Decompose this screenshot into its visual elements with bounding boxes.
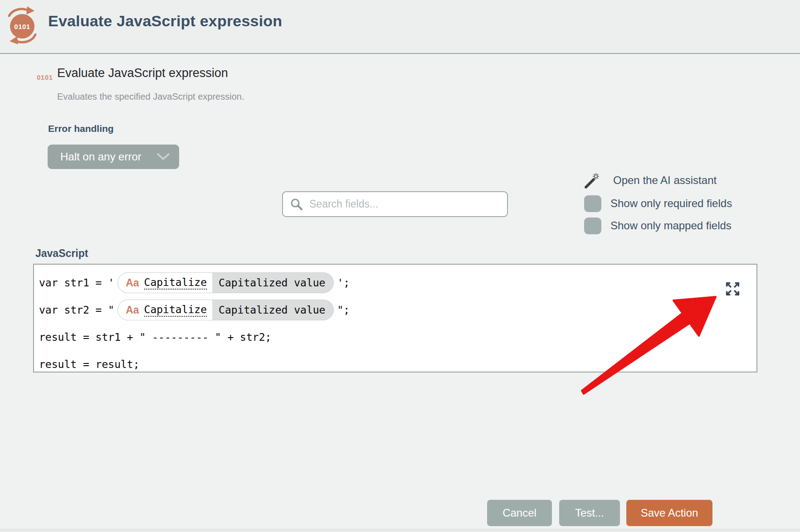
pill-formula-name: Capitalize	[144, 276, 207, 290]
error-handling-dropdown[interactable]: Halt on any error	[48, 145, 179, 169]
show-mapped-fields-row: Show only mapped fields	[584, 217, 732, 235]
action-title: Evaluate JavaScript expression	[57, 66, 228, 80]
pill-formula-segment: Aa Capitalize	[118, 273, 212, 293]
pill-formula-name: Capitalize	[144, 304, 207, 317]
binary-sync-icon: 0101	[5, 4, 38, 46]
test-button[interactable]: Test...	[559, 500, 620, 526]
pill-datapill-value: Capitalized value	[212, 300, 333, 320]
code-text: result = result;	[39, 358, 140, 370]
search-fields-input[interactable]	[309, 198, 501, 210]
code-text: var str1 = '	[39, 277, 114, 289]
javascript-field-label: JavaScript	[35, 247, 88, 260]
action-type-badge: 0101	[37, 73, 53, 81]
text-formula-icon: Aa	[126, 304, 139, 316]
error-handling-label: Error handling	[48, 123, 114, 134]
show-required-checkbox[interactable]	[584, 195, 601, 212]
annotation-arrow	[571, 290, 726, 399]
show-required-label: Show only required fields	[610, 197, 732, 210]
action-description: Evaluates the specified JavaScript expre…	[57, 92, 244, 102]
dialog-title: Evaluate JavaScript expression	[48, 12, 282, 30]
code-text: ';	[337, 277, 350, 289]
svg-text:0101: 0101	[14, 23, 30, 30]
magic-wand-icon	[584, 172, 600, 189]
code-text: var str2 = "	[39, 304, 114, 316]
error-handling-selected-value: Halt on any error	[60, 150, 156, 163]
chevron-down-icon	[156, 153, 170, 161]
expand-editor-icon[interactable]	[724, 281, 741, 297]
evaluate-javascript-dialog: 0101 Evaluate JavaScript expression 0101…	[0, 0, 800, 532]
text-formula-icon: Aa	[126, 277, 139, 289]
show-mapped-label: Show only mapped fields	[610, 219, 732, 232]
bottom-edge-divider	[0, 529, 800, 532]
dialog-header: 0101 Evaluate JavaScript expression	[0, 0, 800, 54]
pill-formula-segment: Aa Capitalize	[118, 300, 212, 320]
search-fields-box	[282, 191, 508, 217]
code-text: result = str1 + " --------- " + str2;	[39, 331, 271, 343]
save-action-button[interactable]: Save Action	[626, 500, 712, 526]
open-ai-assistant-button[interactable]: Open the AI assistant	[584, 171, 717, 189]
pill-datapill-value: Capitalized value	[212, 273, 333, 293]
code-text: ";	[337, 304, 350, 316]
cancel-button[interactable]: Cancel	[487, 500, 552, 526]
capitalize-formula-pill[interactable]: Aa Capitalize Capitalized value	[117, 272, 334, 293]
show-mapped-checkbox[interactable]	[584, 218, 601, 234]
show-required-fields-row: Show only required fields	[584, 194, 732, 213]
ai-assistant-label: Open the AI assistant	[613, 174, 717, 187]
search-icon	[290, 198, 303, 211]
capitalize-formula-pill[interactable]: Aa Capitalize Capitalized value	[117, 300, 334, 320]
